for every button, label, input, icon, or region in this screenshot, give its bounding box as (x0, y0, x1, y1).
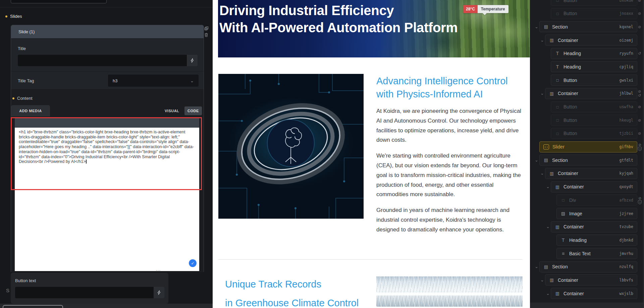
element-id: gifhbv (619, 144, 633, 149)
structure-row-box[interactable]: Section nzulfq (539, 261, 637, 272)
title-tag-select[interactable]: h3 ⌄ (108, 75, 199, 87)
structure-row-box[interactable]: Heading ryyufn (551, 48, 637, 59)
title-input[interactable] (18, 55, 187, 66)
about-paragraph-1[interactable]: At Koidra, we are pioneering the converg… (376, 106, 523, 145)
records-heading[interactable]: Unique Track Records in Greenhouse Clima… (225, 275, 359, 308)
structure-row-box[interactable]: Button hkeugl (551, 115, 637, 126)
structure-row-box[interactable]: Heading djbnkd (556, 234, 637, 246)
shield-icon[interactable]: 3 (638, 200, 642, 204)
structure-row-box[interactable]: Section kqxnel (539, 21, 637, 32)
structure-row-box[interactable]: Div afbzxd (556, 194, 637, 206)
structure-tree-row[interactable]: ⌄ Container tvzube ⊘ ↺ (545, 221, 637, 232)
scrollbar[interactable] (643, 0, 644, 308)
structure-tree-row[interactable]: ⌄ Container jhlbwl ⊘ ↺ (539, 88, 637, 99)
structure-tree-row[interactable]: ⌄ Button hkeugl ⊘ ↺ (545, 115, 637, 126)
code-textarea[interactable]: <h1 id="brxe-thrbzm" class="bricks-color… (15, 128, 199, 271)
structure-tree-row[interactable]: ⌄ Slider gifhbv ⊘ ↺ 3 (534, 141, 637, 152)
visibility-hidden-icon[interactable]: ⊘ (638, 25, 641, 29)
visibility-hidden-icon[interactable]: ⊘ (638, 143, 641, 147)
structure-tree-row[interactable]: ⌄ Button jnoaxx ⊘ ↺ (545, 8, 637, 19)
chevron-down-icon[interactable]: ⌄ (534, 159, 539, 162)
structure-row-box[interactable]: Section gtfdlt (539, 155, 637, 166)
visibility-hidden-icon[interactable]: ⊘ (638, 105, 641, 109)
chevron-down-icon[interactable]: ⌄ (539, 172, 545, 175)
shield-icon[interactable]: 3 (638, 147, 642, 151)
greenhouse-image[interactable] (376, 276, 523, 307)
about-heading[interactable]: Advancing Intelligence Control with Phys… (376, 75, 523, 101)
chevron-down-icon[interactable]: ⌄ (534, 25, 539, 29)
visibility-hidden-icon[interactable]: ⊘ (638, 11, 641, 15)
visibility-hidden-icon[interactable]: ⊘ (638, 0, 641, 2)
structure-row-box[interactable]: Container tvzube (551, 221, 637, 232)
structure-tree-row[interactable]: ⌄ Section kqxnel ⊘ ↺ (534, 21, 637, 32)
structure-tree-row[interactable]: ⌄ Button tjzbii ⊘ ↺ (545, 128, 637, 139)
about-paragraph-3[interactable]: Grounded in years of machine learning re… (376, 206, 523, 234)
structure-row-box[interactable]: Container kyjqah (545, 168, 637, 179)
structure-row-box[interactable]: Container wxjslb (551, 288, 637, 299)
resize-handle-icon[interactable]: … (156, 266, 161, 272)
dynamic-data-button[interactable] (154, 287, 164, 298)
structure-row-box[interactable]: Slider gifhbv (539, 141, 637, 152)
structure-row-box[interactable]: Image jzjree (556, 208, 637, 219)
structure-row-box[interactable]: Container oizemj (545, 35, 637, 46)
structure-row-box[interactable]: Container jhlbwl (545, 88, 637, 99)
structure-tree-row[interactable]: ⌄ Basic Text jmvrhu ⊘ ↺ (551, 248, 637, 259)
element-label: Container (558, 171, 578, 176)
chevron-down-icon[interactable]: ⌄ (539, 92, 545, 95)
structure-row-box[interactable]: Button jnoaxx (551, 8, 637, 19)
structure-tree-row[interactable]: ⌄ Button bxokde ⊘ ↺ (545, 0, 637, 6)
element-label: Button (564, 0, 577, 3)
structure-tree-row[interactable]: ⌄ Image jzjree ⊘ ↺ (551, 208, 637, 219)
chevron-down-icon[interactable]: ⌄ (534, 265, 539, 268)
dynamic-data-button[interactable] (187, 55, 198, 66)
structure-tree-row[interactable]: ⌄ Button gwslxi ⊘ ↺ (545, 75, 637, 86)
delete-icon[interactable] (204, 32, 209, 38)
chevron-down-icon[interactable]: ⌄ (539, 278, 545, 282)
confirm-check-button[interactable]: ✓ (189, 259, 197, 267)
structure-tree-row[interactable]: ⌄ Heading cpjliq ⊘ ↺ (545, 61, 637, 72)
structure-tree-row[interactable]: ⌄ Container lbbvfs ⊘ ↺ (539, 274, 637, 285)
code-tab[interactable]: CODE (184, 106, 202, 115)
chevron-down-icon[interactable]: ⌄ (545, 225, 551, 228)
structure-tree-row[interactable]: ⌄ Section gtfdlt ⊘ ↺ (534, 155, 637, 166)
visibility-hidden-icon[interactable]: ⊘ (638, 89, 641, 93)
structure-row-box[interactable]: Container qxoydt (551, 181, 637, 192)
structure-row-box[interactable]: Button uswfha (551, 101, 637, 113)
structure-tree-row[interactable]: ⌄ Div afbzxd ⊘ ↺ 3 (551, 194, 637, 206)
structure-row-box[interactable]: Button gwslxi (551, 75, 637, 86)
about-paragraph-2[interactable]: We're starting with controlled environme… (376, 151, 523, 200)
structure-tree-row[interactable]: ⌄ Section nzulfq ⊘ ↺ (534, 261, 637, 272)
structure-row-box[interactable]: Button tjzbii (551, 128, 637, 139)
hero-section[interactable]: Driving Industrial Efficiency With AI-Po… (218, 0, 530, 57)
add-media-button[interactable]: ADD MEDIA (11, 105, 50, 117)
interaction-loop-icon[interactable]: ↺ (638, 51, 641, 55)
structure-row-box[interactable]: Basic Text jmvrhu (556, 248, 637, 259)
partial-input-above[interactable] (11, 0, 107, 3)
circuit-brain-image[interactable] (218, 74, 364, 219)
chevron-down-icon[interactable]: ⌄ (545, 292, 551, 295)
visual-tab[interactable]: VISUAL (163, 108, 181, 113)
structure-tree-row[interactable]: ⌄ Container qxoydt ⊘ ↺ (545, 181, 637, 192)
slide-item-header[interactable]: Slide (1) (11, 25, 204, 39)
visibility-hidden-icon[interactable]: ⊘ (638, 196, 641, 200)
visibility-hidden-icon[interactable]: ⊘ (638, 118, 641, 122)
chevron-down-icon[interactable]: ⌄ (545, 185, 551, 188)
structure-row-box[interactable]: Heading cpjliq (551, 61, 637, 72)
chevron-down-icon[interactable]: ⌄ (539, 39, 545, 42)
element-type-icon (555, 184, 560, 189)
bottom-popup-edge[interactable] (3, 305, 63, 308)
element-id: tjzbii (619, 131, 633, 136)
button-text-input[interactable] (15, 287, 154, 298)
structure-tree-row[interactable]: ⌄ Container kyjqah ⊘ ↺ (539, 168, 637, 179)
structure-row-box[interactable]: Container lbbvfs (545, 274, 637, 285)
hero-heading[interactable]: Driving Industrial Efficiency With AI-Po… (219, 2, 458, 36)
interaction-loop-icon[interactable]: ↺ (638, 93, 641, 97)
structure-tree-row[interactable]: ⌄ Heading djbnkd ⊘ ↺ (551, 234, 637, 246)
duplicate-icon[interactable] (204, 26, 209, 31)
structure-tree-row[interactable]: ⌄ Container wxjslb ⊘ ↺ (545, 288, 637, 299)
structure-tree-row[interactable]: ⌄ Container oizemj ⊘ ↺ (539, 35, 637, 46)
structure-tree-row[interactable]: ⌄ Heading ryyufn ⊘ ↺ (545, 48, 637, 59)
structure-row-box[interactable]: Button bxokde (551, 0, 637, 6)
structure-tree-row[interactable]: ⌄ Button uswfha ⊘ ↺ (545, 101, 637, 113)
visibility-hidden-icon[interactable]: ⊘ (638, 131, 641, 135)
